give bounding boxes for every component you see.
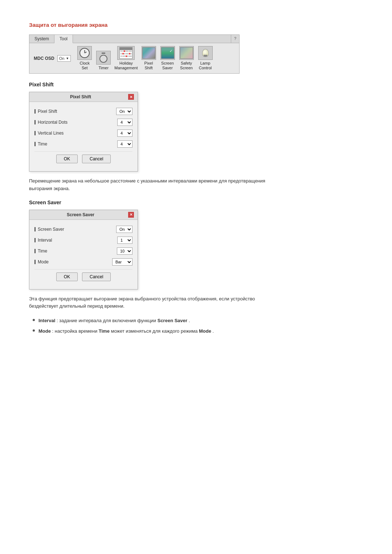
pixel-shift-row-0: Pixel Shift OnOff: [34, 108, 132, 115]
lamp-control-icon-box: [198, 46, 213, 60]
bullet-dot-1: [33, 329, 35, 332]
bullet-dot-0: [33, 319, 35, 321]
pixel-shift-label: PixelShift: [144, 61, 153, 70]
bullet-text-0: Interval : задание интервала для включен…: [38, 317, 190, 324]
toolbar-icon-clock-set[interactable]: ClockSet: [77, 46, 93, 70]
pixel-shift-select-0[interactable]: OnOff: [116, 108, 132, 115]
screen-saver-field-label-3: Mode: [34, 259, 112, 264]
pixel-shift-description: Перемещение экрана на небольшое расстоян…: [29, 177, 283, 192]
screen-saver-select-3[interactable]: BarFade: [112, 258, 132, 266]
holiday-label: HolidayManagement: [114, 61, 138, 70]
bullet-list: Interval : задание интервала для включен…: [29, 317, 363, 335]
pixel-shift-icon-box: [142, 46, 156, 60]
screen-saver-dialog-title: Screen Saver: [33, 212, 128, 217]
pixel-shift-control-1[interactable]: 4123: [117, 119, 132, 126]
screen-saver-control-2[interactable]: 1051520: [117, 247, 132, 255]
field-bar-icon: [34, 109, 36, 114]
pixel-shift-dialog-title: Pixel Shift: [33, 94, 128, 99]
tab-system[interactable]: System: [29, 35, 54, 43]
calendar-icon: [119, 47, 132, 59]
page-heading: Защита от выгорания экрана: [29, 22, 363, 28]
mdc-label: MDC OSD: [34, 56, 54, 61]
screen-saver-heading: Screen Saver: [29, 200, 363, 205]
screen-saver-dialog: Screen Saver ✕ Screen Saver OnOff Interv…: [29, 210, 138, 290]
pixel-shift-ok-button[interactable]: OK: [56, 155, 78, 163]
screen-saver-row-1: Interval 123: [34, 237, 132, 244]
pixel-shift-select-3[interactable]: 4123: [117, 140, 132, 148]
clock-icon: [79, 48, 90, 58]
screen-saver-ok-button[interactable]: OK: [56, 272, 78, 281]
lamp-control-label: LampControl: [199, 61, 212, 70]
tab-tool[interactable]: Tool: [54, 35, 73, 43]
screen-saver-row-2: Time 1051520: [34, 247, 132, 255]
timer-icon-box: [96, 51, 111, 65]
pixel-shift-footer: OK Cancel: [34, 151, 132, 168]
screen-saver-footer: OK Cancel: [34, 269, 132, 286]
bullet-item-0: Interval : задание интервала для включен…: [33, 317, 287, 324]
toolbar-icon-holiday[interactable]: HolidayManagement: [114, 46, 138, 70]
bullet-text-1: Mode : настройка времени Time может изме…: [38, 328, 214, 335]
screen-saver-field-label-1: Interval: [34, 238, 117, 243]
pixel-icon: [142, 47, 155, 59]
screen-saver-control-3[interactable]: BarFade: [112, 258, 132, 266]
pixel-shift-field-label-2: Vertical Lines: [34, 131, 117, 136]
screen-saver-select-1[interactable]: 123: [117, 237, 132, 244]
mdc-select[interactable]: On ▼: [57, 55, 71, 62]
pixel-shift-select-2[interactable]: 4123: [117, 130, 132, 137]
toolbar-icon-timer[interactable]: Timer: [95, 51, 111, 70]
tab-spacer: [73, 35, 231, 43]
pixel-shift-dialog: Pixel Shift ✕ Pixel Shift OnOff Horizont…: [29, 92, 138, 172]
pixel-shift-row-1: Horizontal Dots 4123: [34, 119, 132, 126]
pixel-shift-row-2: Vertical Lines 4123: [34, 130, 132, 137]
pixel-shift-cancel-button[interactable]: Cancel: [82, 155, 111, 163]
screen-saver-row-0: Screen Saver OnOff: [34, 226, 132, 233]
pixel-shift-field-label-1: Horizontal Dots: [34, 120, 117, 125]
pixel-shift-field-label-3: Time: [34, 141, 117, 147]
pixel-shift-body: Pixel Shift OnOff Horizontal Dots 4123: [29, 102, 138, 171]
toolbar-icon-safety-screen[interactable]: SafetyScreen: [179, 46, 195, 70]
toolbar-icon-lamp-control[interactable]: LampControl: [197, 46, 213, 70]
screen-saver-cancel-button[interactable]: Cancel: [82, 272, 111, 281]
screen-saver-control-0[interactable]: OnOff: [116, 226, 132, 233]
safety-screen-label: SafetyScreen: [180, 61, 193, 70]
pixel-shift-control-0[interactable]: OnOff: [116, 108, 132, 115]
screen-saver-field-label-2: Time: [34, 249, 117, 254]
mdc-dropdown-arrow: ▼: [66, 57, 69, 60]
toolbar-icons: ClockSet Timer: [77, 46, 213, 70]
screen-saver-select-2[interactable]: 1051520: [117, 247, 132, 255]
screen-saver-icon-box: [160, 46, 175, 60]
pixel-shift-heading: Pixel Shift: [29, 82, 363, 87]
safety-icon: [180, 47, 193, 59]
toolbar-body: MDC OSD On ▼ ClockSet Tim: [29, 43, 239, 73]
clock-set-label: ClockSet: [80, 61, 90, 70]
screen-saver-field-label-0: Screen Saver: [34, 227, 116, 232]
toolbar-icon-screen-saver[interactable]: ScreenSaver: [160, 46, 176, 70]
screen-saver-close-button[interactable]: ✕: [128, 212, 134, 218]
pixel-shift-row-3: Time 4123: [34, 140, 132, 148]
toolbar-tabs: System Tool ?: [29, 35, 239, 43]
screen-saver-label: ScreenSaver: [161, 61, 174, 70]
holiday-icon-box: [117, 46, 135, 60]
pixel-shift-title-bar: Pixel Shift ✕: [29, 92, 138, 102]
screen-saver-body: Screen Saver OnOff Interval 123: [29, 220, 138, 289]
bullet-item-1: Mode : настройка времени Time может изме…: [33, 328, 287, 335]
clock-set-icon-box: [77, 46, 92, 60]
pixel-shift-control-2[interactable]: 4123: [117, 130, 132, 137]
screen-saver-description: Эта функция предотвращает выгорание экра…: [29, 295, 283, 310]
pixel-shift-close-button[interactable]: ✕: [128, 94, 134, 100]
pixel-shift-field-label-0: Pixel Shift: [34, 109, 116, 114]
timer-icon: [99, 53, 108, 63]
pixel-shift-control-3[interactable]: 4123: [117, 140, 132, 148]
toolbar-icon-pixel-shift[interactable]: PixelShift: [141, 46, 157, 70]
toolbar-help[interactable]: ?: [231, 35, 239, 43]
screensaver-icon: [161, 47, 174, 59]
screen-saver-select-0[interactable]: OnOff: [116, 226, 132, 233]
timer-label: Timer: [98, 66, 109, 70]
screen-saver-row-3: Mode BarFade: [34, 258, 132, 266]
screen-saver-title-bar: Screen Saver ✕: [29, 210, 138, 220]
screen-saver-control-1[interactable]: 123: [117, 237, 132, 244]
safety-screen-icon-box: [179, 46, 194, 60]
toolbar-panel: System Tool ? MDC OSD On ▼ ClockSet: [29, 34, 240, 74]
pixel-shift-select-1[interactable]: 4123: [117, 119, 132, 126]
lamp-icon: [199, 46, 212, 59]
